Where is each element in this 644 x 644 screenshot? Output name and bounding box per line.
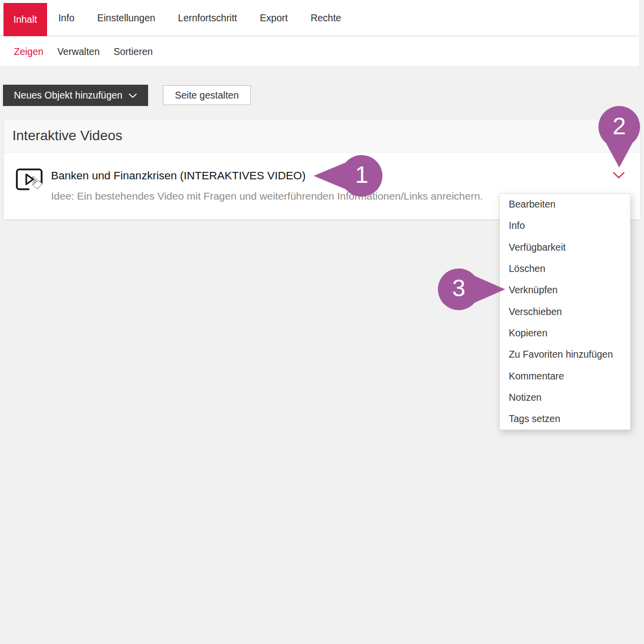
actions-dropdown-toggle[interactable]: [612, 171, 626, 180]
toolbar: Neues Objekt hinzufügen Seite gestalten: [3, 85, 251, 106]
menu-item-verfuegbarkeit[interactable]: Verfügbarkeit: [500, 237, 630, 258]
menu-item-loeschen[interactable]: Löschen: [500, 258, 630, 279]
sub-tab-bar: Zeigen Verwalten Sortieren: [0, 37, 639, 67]
menu-item-bearbeiten[interactable]: Bearbeiten: [500, 194, 630, 215]
menu-item-notizen[interactable]: Notizen: [500, 387, 630, 408]
menu-item-verschieben[interactable]: Verschieben: [500, 301, 630, 322]
callout-pin-3: [438, 268, 505, 310]
add-object-button[interactable]: Neues Objekt hinzufügen: [3, 85, 148, 106]
ilias-content-page: Inhalt Info Einstellungen Lernfortschrit…: [0, 0, 644, 644]
tab-einstellungen[interactable]: Einstellungen: [86, 0, 166, 36]
item-description: Idee: Ein bestehendes Video mit Fragen u…: [51, 190, 483, 202]
tab-lernfortschritt[interactable]: Lernfortschritt: [166, 0, 248, 36]
tab-info[interactable]: Info: [47, 0, 86, 36]
menu-item-kopieren[interactable]: Kopieren: [500, 322, 630, 344]
menu-item-zu-favoriten[interactable]: Zu Favoriten hinzufügen: [500, 344, 630, 365]
menu-item-info[interactable]: Info: [500, 215, 630, 236]
menu-item-kommentare[interactable]: Kommentare: [500, 365, 630, 386]
subtab-sortieren[interactable]: Sortieren: [107, 46, 160, 57]
chevron-down-icon: [612, 172, 625, 180]
design-page-label: Seite gestalten: [175, 90, 239, 101]
chevron-down-icon: [128, 93, 137, 98]
tab-export[interactable]: Export: [249, 0, 299, 36]
main-tab-bar: Inhalt Info Einstellungen Lernfortschrit…: [0, 0, 639, 36]
design-page-button[interactable]: Seite gestalten: [163, 85, 251, 105]
menu-item-tags-setzen[interactable]: Tags setzen: [500, 408, 630, 429]
panel-header: Interaktive Videos: [4, 119, 640, 153]
subtab-zeigen[interactable]: Zeigen: [7, 46, 51, 57]
item-title-link[interactable]: Banken und Finanzkrisen (INTERAKTIVES VI…: [51, 169, 306, 182]
interactive-video-icon: ☜: [15, 165, 47, 197]
actions-dropdown-menu: Bearbeiten Info Verfügbarkeit Löschen Ve…: [499, 193, 631, 430]
add-object-label: Neues Objekt hinzufügen: [14, 90, 122, 101]
tab-inhalt[interactable]: Inhalt: [3, 3, 47, 36]
tab-rechte[interactable]: Rechte: [299, 0, 353, 36]
callout-number-3: 3: [452, 274, 466, 302]
menu-item-verknuepfen[interactable]: Verknüpfen: [500, 279, 630, 301]
section-title: Interaktive Videos: [12, 128, 122, 144]
subtab-verwalten[interactable]: Verwalten: [51, 46, 107, 57]
